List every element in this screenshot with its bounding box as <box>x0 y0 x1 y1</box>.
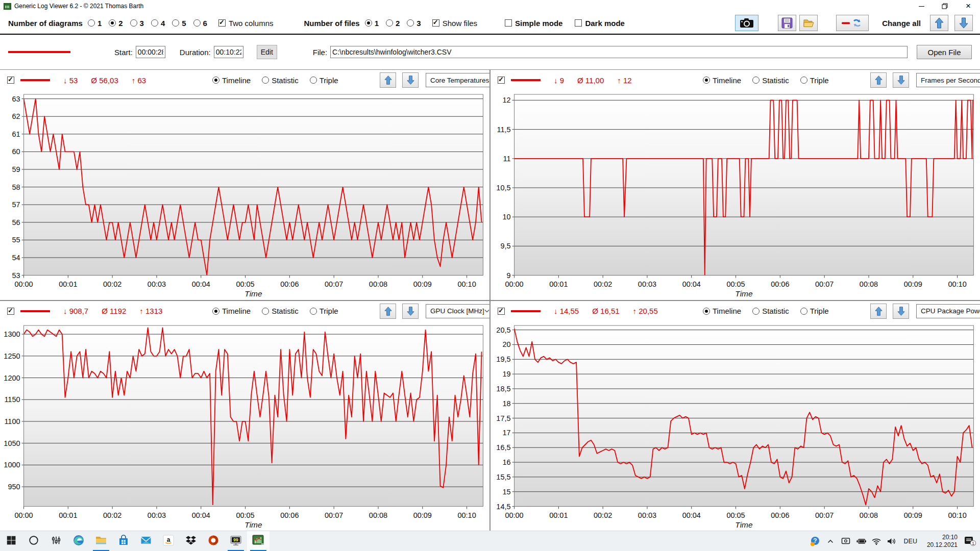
search-icon <box>28 535 39 548</box>
arrow-down-icon <box>959 17 968 29</box>
filecount-radio-2[interactable]: 2 <box>386 19 400 28</box>
help-tray-icon[interactable]: ? <box>808 531 822 551</box>
svg-text:15,5: 15,5 <box>496 472 510 481</box>
wifi-tray-icon[interactable] <box>870 531 883 551</box>
move-down-button[interactable] <box>402 72 419 88</box>
mode-radio-timeline[interactable]: Timeline <box>703 76 741 85</box>
diagram-radio-6[interactable]: 6 <box>193 19 207 28</box>
radio-label: Triple <box>810 307 829 315</box>
taskbar-app-log-viewer[interactable] <box>247 531 270 551</box>
svg-text:1: 1 <box>972 540 974 545</box>
minimize-button[interactable] <box>910 0 933 12</box>
filecount-radio-3[interactable]: 3 <box>407 19 421 28</box>
show-files-checkbox[interactable]: Show files <box>432 19 477 28</box>
move-down-button[interactable] <box>893 72 909 88</box>
change-all-down-button[interactable] <box>954 15 973 31</box>
diagram-radio-2[interactable]: 2 <box>109 19 122 28</box>
mode-radio-triple[interactable]: Triple <box>800 76 829 85</box>
file-path-input[interactable] <box>330 46 908 58</box>
taskbar-app-hw-monitor[interactable]: 99 <box>225 531 247 551</box>
mode-radio-statistic[interactable]: Statistic <box>262 307 299 315</box>
edit-button[interactable]: Edit <box>257 45 277 59</box>
mode-radio-triple[interactable]: Triple <box>310 307 338 315</box>
two-columns-checkbox[interactable]: Two columns <box>218 19 274 28</box>
move-down-button[interactable] <box>893 304 909 319</box>
mode-radio-timeline[interactable]: Timeline <box>212 76 251 85</box>
diagram-radio-1[interactable]: 1 <box>88 19 102 28</box>
taskbar-app-dropbox[interactable] <box>180 531 202 551</box>
measure-select[interactable]: Frames per Second [FPS] <box>916 73 980 87</box>
dark-mode-checkbox[interactable]: Dark mode <box>575 19 625 28</box>
timeline-chart: 130012501200115011001050100095000:0000:0… <box>0 321 489 531</box>
mode-radio-statistic[interactable]: Statistic <box>752 307 789 315</box>
svg-text:1100: 1100 <box>4 417 20 425</box>
taskbar-app-task-view[interactable] <box>45 531 67 551</box>
display-tray-icon[interactable] <box>839 531 852 551</box>
panel-enabled-checkbox[interactable] <box>7 308 14 315</box>
taskbar-app-edge[interactable] <box>67 531 90 551</box>
max-value: ↑ 20,55 <box>633 307 658 315</box>
diagram-radio-3[interactable]: 3 <box>130 19 144 28</box>
notification-center-icon[interactable]: 1 <box>964 531 977 551</box>
filecount-radio-1[interactable]: 1 <box>365 19 379 28</box>
panel-header: ↓ 9 Ø 11,00 ↑ 12 TimelineStatisticTriple… <box>491 70 980 90</box>
duration-input[interactable] <box>214 46 243 58</box>
panel-header: ↓ 908,7 Ø 1192 ↑ 1313 TimelineStatisticT… <box>0 301 489 321</box>
mode-radio-statistic[interactable]: Statistic <box>752 76 789 85</box>
open-file-button[interactable]: Open File <box>917 45 972 59</box>
mode-radio-triple[interactable]: Triple <box>800 307 829 315</box>
svg-text:53: 53 <box>12 271 20 280</box>
language-indicator[interactable]: DEU <box>900 538 921 545</box>
volume-tray-icon[interactable] <box>885 531 898 551</box>
measure-select[interactable]: GPU Clock [MHz] <box>426 304 489 318</box>
reset-colors-button[interactable] <box>836 15 869 31</box>
file-explorer-icon <box>95 534 107 548</box>
panel-enabled-checkbox[interactable] <box>498 77 505 84</box>
radio-icon <box>310 77 317 84</box>
svg-text:16: 16 <box>502 458 510 466</box>
max-value: ↑ 1313 <box>139 307 162 315</box>
move-up-button[interactable] <box>870 72 887 88</box>
svg-text:1250: 1250 <box>4 352 20 360</box>
mode-radio-timeline[interactable]: Timeline <box>212 307 251 315</box>
taskbar-app-start[interactable] <box>0 531 22 551</box>
min-value: ↓ 53 <box>63 76 78 85</box>
move-up-button[interactable] <box>380 304 396 319</box>
chart-area: 636261605958575655545300:0000:0100:0200:… <box>0 90 489 300</box>
taskbar-app-store[interactable] <box>112 531 135 551</box>
open-folder-button[interactable] <box>799 15 818 31</box>
taskbar-app-mail[interactable] <box>135 531 157 551</box>
taskbar-app-search[interactable] <box>22 531 45 551</box>
measure-select[interactable]: Core Temperatures [°C] <box>426 73 489 87</box>
diagram-radio-4[interactable]: 4 <box>151 19 165 28</box>
move-down-button[interactable] <box>402 304 419 319</box>
taskbar-app-file-explorer[interactable] <box>90 531 112 551</box>
taskbar-app-office[interactable] <box>202 531 225 551</box>
checkbox-icon <box>575 19 582 27</box>
svg-text:9: 9 <box>506 271 510 280</box>
main-toolbar: Number of diagrams 123456 Two columns Nu… <box>0 12 980 34</box>
mode-radio-statistic[interactable]: Statistic <box>262 76 299 85</box>
taskbar-app-amazon[interactable]: a <box>157 531 180 551</box>
battery-tray-icon[interactable] <box>854 531 868 551</box>
move-up-button[interactable] <box>380 72 396 88</box>
start-time-input[interactable] <box>136 46 165 58</box>
radio-label: 4 <box>161 19 165 28</box>
tray-chevron-up-icon[interactable] <box>824 531 837 551</box>
avg-value: Ø 11,00 <box>577 76 604 85</box>
diagram-radio-5[interactable]: 5 <box>172 19 186 28</box>
measure-select[interactable]: CPU Package Power [W] <box>916 304 980 318</box>
panel-enabled-checkbox[interactable] <box>7 77 14 84</box>
restore-button[interactable] <box>933 0 957 12</box>
panel-enabled-checkbox[interactable] <box>498 308 505 315</box>
screenshot-button[interactable] <box>735 15 758 31</box>
simple-mode-checkbox[interactable]: Simple mode <box>505 19 562 28</box>
change-all-up-button[interactable] <box>930 15 948 31</box>
mode-radio-triple[interactable]: Triple <box>310 76 338 85</box>
close-button[interactable]: × <box>957 0 980 12</box>
save-button[interactable] <box>778 15 796 31</box>
move-up-button[interactable] <box>870 304 887 319</box>
mode-radio-timeline[interactable]: Timeline <box>703 307 741 315</box>
clock[interactable]: 20:10 20.12.2021 <box>923 534 962 549</box>
svg-text:18,5: 18,5 <box>496 384 510 392</box>
